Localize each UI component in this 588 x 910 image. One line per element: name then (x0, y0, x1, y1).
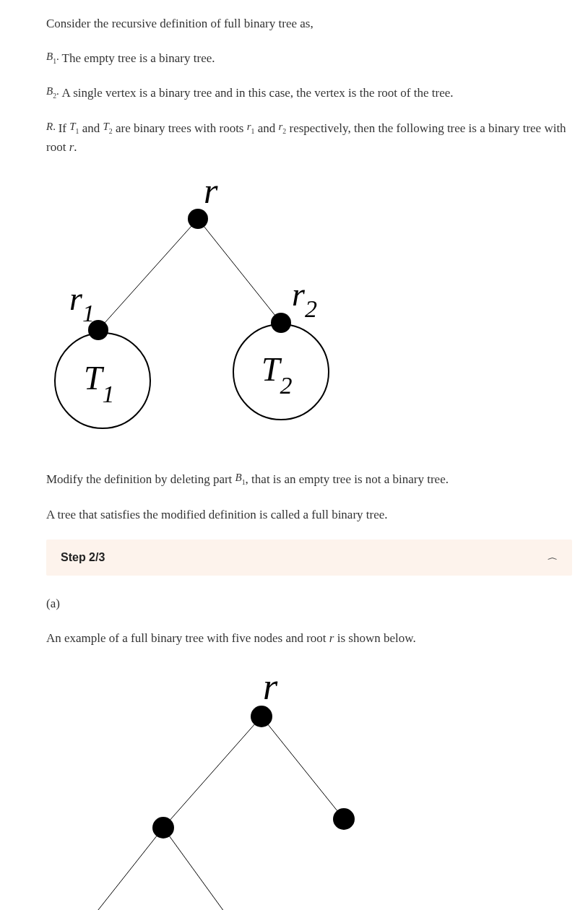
svg-line-9 (65, 828, 163, 910)
a-post: is shown below. (334, 631, 415, 645)
part-a-text: An example of a full binary tree with fi… (46, 629, 572, 648)
r-and2: and (254, 121, 278, 135)
b2-text: A single vertex is a binary tree and in … (62, 86, 454, 100)
b1-sub: 1 (53, 57, 56, 65)
b2-dot: . (56, 85, 59, 97)
r-mid: are binary trees with roots (113, 121, 247, 135)
r-t1: T (69, 121, 75, 132)
d1-r1-label: r1 (69, 280, 95, 326)
r-dot: . (53, 121, 56, 132)
b2-label: B (46, 85, 53, 97)
modify-pre: Modify the definition by deleting part (46, 472, 235, 486)
svg-point-13 (333, 808, 355, 830)
modify-post: , that is an empty tree is not a binary … (246, 472, 449, 486)
full-tree-line: A tree that satisfies the modified defin… (46, 506, 572, 524)
b1-dot: . (56, 51, 59, 62)
definition-b2: B2. A single vertex is a binary tree and… (46, 84, 572, 103)
r-r1: r (247, 121, 251, 132)
modify-bsub: 1 (242, 478, 246, 486)
svg-line-7 (163, 716, 261, 828)
b2-sub: 2 (53, 92, 56, 100)
r-t1sub: 1 (76, 127, 79, 135)
modify-text: Modify the definition by deleting part B… (46, 470, 572, 490)
r-t2: T (103, 121, 109, 132)
step-header[interactable]: Step 2/3 ︿ (46, 540, 572, 576)
r-if: If (59, 121, 70, 135)
step-title: Step 2/3 (61, 551, 105, 564)
a-pre: An example of a full binary tree with fi… (46, 631, 329, 645)
svg-line-8 (261, 716, 344, 819)
modify-b: B (235, 472, 242, 483)
r-label: R (46, 121, 53, 132)
svg-point-2 (188, 209, 208, 229)
r-r1sub: 1 (251, 127, 255, 135)
definition-r: R. If T1 and T2 are binary trees with ro… (46, 119, 572, 157)
d1-t2-label: T2 (261, 351, 293, 399)
svg-line-0 (98, 219, 198, 330)
b1-label: B (46, 51, 53, 62)
r-and1: and (79, 121, 103, 135)
svg-point-4 (271, 313, 291, 333)
r-r2sub: 2 (282, 127, 286, 135)
intro-text: Consider the recursive definition of ful… (46, 14, 572, 33)
part-a-label: (a) (46, 594, 572, 613)
definition-b1: B1. The empty tree is a binary tree. (46, 49, 572, 69)
svg-line-10 (163, 828, 247, 910)
b1-text: The empty tree is a binary tree. (62, 51, 215, 65)
tree-diagram-2: r (46, 663, 572, 910)
svg-line-1 (198, 219, 281, 323)
d1-r2-label: r2 (292, 276, 317, 322)
tree-diagram-1: r r1 r2 T1 T2 (46, 173, 572, 450)
d1-t1-label: T1 (84, 360, 115, 407)
d2-r-label: r (263, 666, 278, 707)
r-t2sub: 2 (109, 127, 113, 135)
svg-point-12 (152, 817, 174, 838)
d1-r-label: r (204, 173, 218, 211)
svg-point-11 (251, 706, 272, 727)
r-tail2: . (74, 140, 77, 154)
chevron-up-icon: ︿ (548, 553, 558, 563)
